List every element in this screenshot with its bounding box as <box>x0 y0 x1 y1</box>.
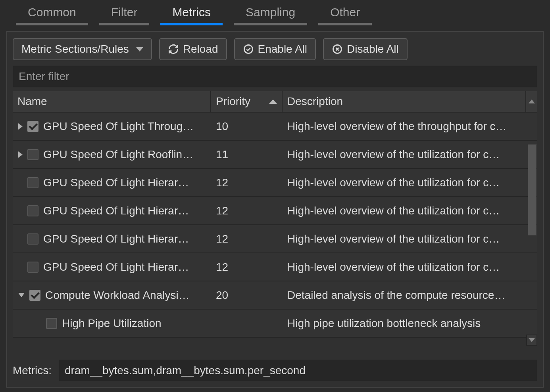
row-priority: 10 <box>211 120 283 133</box>
row-description: High pipe utilization bottleneck analysi… <box>283 317 526 330</box>
arrow-down-icon <box>529 338 535 342</box>
row-description: High-level overview of the utilization f… <box>283 261 526 273</box>
expand-icon[interactable] <box>18 123 23 130</box>
col-name[interactable]: Name <box>13 91 211 112</box>
col-description[interactable]: Description <box>283 91 526 112</box>
disable-all-button[interactable]: Disable All <box>323 38 408 60</box>
row-checkbox[interactable] <box>27 177 38 188</box>
toolbar: Metric Sections/Rules Reload Enable All … <box>7 32 543 66</box>
sort-asc-icon <box>269 99 277 104</box>
metric-sections-label: Metric Sections/Rules <box>21 43 129 55</box>
row-name: GPU Speed Of Light Hierar… <box>43 205 206 217</box>
table-row[interactable]: Compute Workload Analysi…20Detailed anal… <box>13 281 537 310</box>
tab-sampling[interactable]: Sampling <box>234 0 307 25</box>
collapse-icon[interactable] <box>18 293 25 297</box>
disable-all-label: Disable All <box>347 43 399 55</box>
check-circle-icon <box>243 44 254 55</box>
scrollbar-thumb[interactable] <box>528 144 537 235</box>
row-name: GPU Speed Of Light Hierar… <box>43 233 206 245</box>
col-priority[interactable]: Priority <box>211 91 283 112</box>
table-header: Name Priority Description <box>13 91 537 113</box>
row-checkbox[interactable] <box>27 262 38 273</box>
row-description: High-level overview of the utilization f… <box>283 148 526 161</box>
enable-all-label: Enable All <box>258 43 308 55</box>
tab-other[interactable]: Other <box>318 0 372 25</box>
row-name: Compute Workload Analysi… <box>45 289 206 302</box>
row-priority: 12 <box>211 261 283 273</box>
table-row[interactable]: GPU Speed Of Light Hierar…12High-level o… <box>13 225 537 253</box>
table-row[interactable]: GPU Speed Of Light Throug…10High-level o… <box>13 113 537 141</box>
row-priority: 12 <box>211 205 283 217</box>
row-description: High-level overview of the utilization f… <box>283 233 526 245</box>
scroll-down-button[interactable] <box>526 335 537 346</box>
enable-all-button[interactable]: Enable All <box>234 38 316 60</box>
tab-common[interactable]: Common <box>16 0 88 25</box>
row-checkbox[interactable] <box>27 149 38 160</box>
name-cell: High Pipe Utilization <box>13 317 211 330</box>
filter-input[interactable] <box>13 66 537 87</box>
expand-icon[interactable] <box>18 151 23 158</box>
name-cell: GPU Speed Of Light Hierar… <box>13 261 211 273</box>
table-row[interactable]: GPU Speed Of Light Rooflin…11High-level … <box>13 141 537 169</box>
table-row[interactable]: GPU Speed Of Light Hierar…12High-level o… <box>13 169 537 197</box>
row-checkbox[interactable] <box>46 318 57 329</box>
reload-button[interactable]: Reload <box>159 38 227 60</box>
tab-filter[interactable]: Filter <box>99 0 150 25</box>
tab-bar: Common Filter Metrics Sampling Other <box>0 0 550 25</box>
table-row[interactable]: High Pipe UtilizationHigh pipe utilizati… <box>13 310 537 338</box>
row-name: High Pipe Utilization <box>62 317 206 330</box>
metrics-panel: Metric Sections/Rules Reload Enable All … <box>6 31 544 388</box>
name-cell: GPU Speed Of Light Hierar… <box>13 176 211 189</box>
name-cell: GPU Speed Of Light Hierar… <box>13 205 211 217</box>
name-cell: GPU Speed Of Light Hierar… <box>13 233 211 245</box>
metrics-table: Name Priority Description GPU Speed Of L… <box>13 91 537 338</box>
row-priority: 12 <box>211 176 283 189</box>
table-row[interactable]: GPU Speed Of Light Hierar…12High-level o… <box>13 253 537 281</box>
row-priority: 20 <box>211 289 283 302</box>
row-checkbox[interactable] <box>27 205 38 216</box>
col-priority-label: Priority <box>216 95 250 108</box>
chevron-down-icon <box>136 47 143 52</box>
metrics-input[interactable] <box>59 360 537 381</box>
name-cell: Compute Workload Analysi… <box>13 289 211 302</box>
row-name: GPU Speed Of Light Hierar… <box>43 176 206 189</box>
tab-metrics[interactable]: Metrics <box>160 0 223 25</box>
metrics-row: Metrics: <box>13 360 537 381</box>
reload-icon <box>168 44 179 55</box>
row-checkbox[interactable] <box>27 233 38 245</box>
metrics-label: Metrics: <box>13 364 52 377</box>
row-description: High-level overview of the utilization f… <box>283 205 526 217</box>
scroll-up-button[interactable] <box>526 91 537 112</box>
name-cell: GPU Speed Of Light Throug… <box>13 120 211 133</box>
row-priority: 12 <box>211 233 283 245</box>
name-cell: GPU Speed Of Light Rooflin… <box>13 148 211 161</box>
row-checkbox[interactable] <box>27 121 38 132</box>
reload-label: Reload <box>183 43 218 55</box>
row-name: GPU Speed Of Light Hierar… <box>43 261 206 273</box>
arrow-up-icon <box>529 99 535 103</box>
row-checkbox[interactable] <box>29 290 40 301</box>
metric-sections-dropdown[interactable]: Metric Sections/Rules <box>13 38 152 60</box>
row-name: GPU Speed Of Light Throug… <box>43 120 206 133</box>
row-priority: 11 <box>211 148 283 161</box>
row-description: Detailed analysis of the compute resourc… <box>283 289 526 302</box>
row-description: High-level overview of the utilization f… <box>283 176 526 189</box>
row-description: High-level overview of the throughput fo… <box>283 120 526 133</box>
row-name: GPU Speed Of Light Rooflin… <box>43 148 206 161</box>
table-row[interactable]: GPU Speed Of Light Hierar…12High-level o… <box>13 197 537 225</box>
x-circle-icon <box>332 44 343 55</box>
